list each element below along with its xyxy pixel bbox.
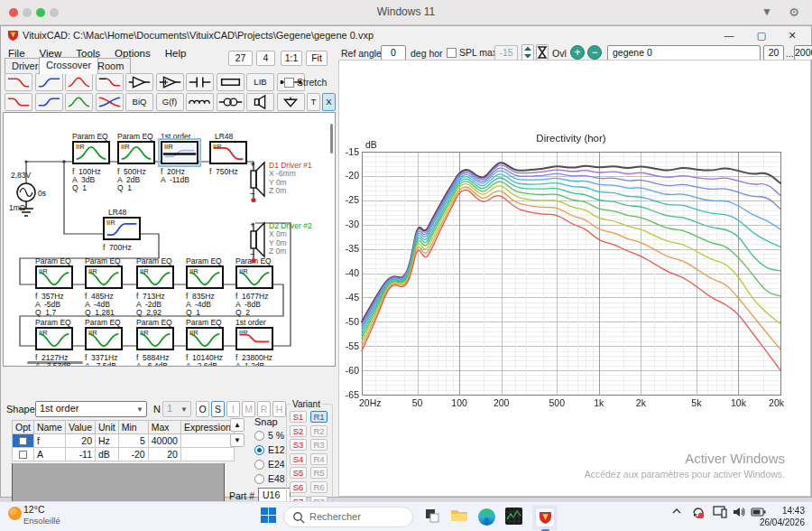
snap-radio-e48[interactable]: E48 bbox=[254, 473, 285, 484]
biq-button[interactable]: BiQ bbox=[125, 93, 153, 111]
parameter-table[interactable]: OptNameValueUnitMinMaxExpressionf20Hz540… bbox=[12, 420, 235, 461]
cell-value[interactable]: -11 bbox=[65, 448, 95, 461]
variant-s6-button[interactable]: S6 bbox=[290, 481, 307, 493]
clock[interactable]: 14:43 26/04/2026 bbox=[760, 505, 805, 528]
schematic-block-6[interactable]: IIR bbox=[85, 266, 123, 289]
snap-radio-e24[interactable]: E24 bbox=[254, 459, 285, 470]
tab-crossover[interactable]: Crossover bbox=[39, 57, 98, 74]
shape-mode-m-button[interactable]: M bbox=[242, 401, 255, 417]
shape-mode-o-button[interactable]: O bbox=[196, 401, 209, 417]
schematic-block-2[interactable]: IIR bbox=[161, 141, 198, 164]
variant-s5-button[interactable]: S5 bbox=[290, 467, 307, 479]
shape-mode-h-button[interactable]: H bbox=[272, 401, 286, 417]
start-button[interactable] bbox=[258, 508, 278, 527]
snap-radio-e12[interactable]: E12 bbox=[254, 444, 285, 455]
speaker-icon-button[interactable] bbox=[246, 93, 274, 111]
display-cast-icon[interactable] bbox=[713, 506, 727, 520]
grid-rows-button[interactable]: 4 bbox=[256, 51, 275, 66]
file-explorer-button[interactable] bbox=[449, 508, 469, 527]
cell-name[interactable]: A bbox=[33, 448, 65, 461]
cell-name[interactable]: f bbox=[33, 434, 65, 448]
schematic-block-8[interactable]: IIR bbox=[186, 266, 224, 289]
cell-value[interactable]: 20 bbox=[65, 434, 95, 448]
cell-min[interactable]: -20 bbox=[118, 448, 148, 461]
table-row[interactable]: A-11dB-2020 bbox=[13, 448, 235, 461]
zoom-1to1-button[interactable]: 1:1 bbox=[281, 51, 302, 66]
shape-mode-s-button[interactable]: S bbox=[211, 401, 225, 417]
overlay-name-input[interactable]: gegene 0 bbox=[607, 45, 761, 61]
variant-s1-button[interactable]: S1 bbox=[290, 411, 307, 423]
cell-unit[interactable]: dB bbox=[96, 448, 119, 461]
edge-browser-button[interactable] bbox=[476, 508, 496, 527]
schematic-canvas[interactable]: 2,83V 0s 1mΩ Param EQIIRf 100Hz A 3dB Q … bbox=[3, 112, 336, 367]
tray-chevron-icon[interactable] bbox=[671, 506, 682, 518]
schematic-block-3[interactable]: IIR bbox=[209, 141, 247, 164]
driver-symbol-2[interactable]: +− bbox=[249, 218, 267, 268]
freq-max-input[interactable]: 20000 bbox=[794, 45, 812, 61]
resistor-icon-button[interactable] bbox=[217, 73, 245, 91]
gf-button[interactable]: G(f) bbox=[156, 93, 184, 111]
variant-r5-button[interactable]: R5 bbox=[310, 467, 328, 479]
task-view-button[interactable] bbox=[422, 508, 442, 527]
schematic-block-4[interactable]: IIR bbox=[103, 217, 141, 240]
driver-symbol-1[interactable]: +− bbox=[249, 157, 267, 208]
spl-max-checkbox[interactable]: SPL max bbox=[447, 47, 497, 58]
shape-combobox[interactable]: 1st order▼ bbox=[35, 401, 147, 417]
table-row[interactable]: f20Hz540000 bbox=[13, 434, 235, 448]
variant-r1-button[interactable]: R1 bbox=[310, 411, 328, 423]
schematic-block-5[interactable]: IIR bbox=[35, 266, 73, 289]
transformer-icon-button[interactable] bbox=[217, 93, 245, 111]
grid-cols-button[interactable]: 27 bbox=[228, 51, 253, 66]
t-button[interactable]: T bbox=[307, 93, 320, 111]
schematic-block-13[interactable]: IIR bbox=[186, 327, 224, 350]
variant-s3-button[interactable]: S3 bbox=[290, 439, 307, 451]
overlay-remove-button[interactable]: − bbox=[587, 45, 602, 60]
search-input[interactable]: Rechercher bbox=[283, 507, 413, 527]
zoom-fit-button[interactable]: Fit bbox=[306, 51, 328, 66]
schematic-block-1[interactable]: IIR bbox=[117, 141, 155, 164]
capacitor-icon-button[interactable] bbox=[186, 73, 214, 91]
inductor-icon-button[interactable] bbox=[186, 93, 214, 111]
cell-max[interactable]: 40000 bbox=[148, 434, 180, 448]
lib-button[interactable]: LIB bbox=[246, 73, 274, 91]
cell-expression[interactable] bbox=[180, 448, 234, 461]
freq-min-input[interactable]: 20 bbox=[763, 45, 784, 61]
weather-widget[interactable] bbox=[7, 506, 23, 525]
ground-icon-button[interactable] bbox=[277, 93, 305, 111]
schematic-block-0[interactable]: IIR bbox=[72, 141, 110, 164]
move-up-button[interactable]: ▲ bbox=[230, 418, 245, 432]
n-combobox[interactable]: 1▼ bbox=[162, 401, 191, 417]
opt-checkbox-cell[interactable] bbox=[13, 434, 34, 448]
variant-r3-button[interactable]: R3 bbox=[310, 439, 328, 451]
scale-updown-button[interactable] bbox=[521, 44, 534, 61]
variant-r6-button[interactable]: R6 bbox=[310, 481, 328, 493]
variant-r4-button[interactable]: R4 bbox=[310, 453, 328, 465]
sync-notification-icon[interactable] bbox=[691, 506, 706, 522]
schematic-block-10[interactable]: IIR bbox=[35, 327, 73, 350]
variant-r2-button[interactable]: R2 bbox=[310, 425, 328, 437]
stretch-checkbox[interactable]: Stretch bbox=[284, 77, 327, 88]
spl-max-input[interactable]: -15 bbox=[494, 45, 518, 61]
shelf-up-blue-icon-button[interactable] bbox=[35, 93, 63, 111]
snap-radio-5[interactable]: 5 % bbox=[254, 430, 284, 441]
autoscale-button[interactable] bbox=[536, 44, 549, 61]
ref-angle-input[interactable]: 0 bbox=[381, 45, 406, 61]
gain-amp-icon-button[interactable] bbox=[156, 73, 184, 91]
vm-dropdown-icon[interactable]: ▼ bbox=[761, 5, 772, 18]
spl-max-checkbox-box[interactable] bbox=[447, 48, 457, 58]
schematic-block-14[interactable]: IIR bbox=[235, 327, 273, 350]
highpass-blue-icon-button[interactable] bbox=[35, 73, 63, 91]
cell-max[interactable]: 20 bbox=[148, 448, 180, 461]
bandpass-red-icon-button[interactable] bbox=[65, 73, 93, 91]
cell-unit[interactable]: Hz bbox=[96, 434, 119, 448]
measurement-app-button[interactable] bbox=[503, 508, 523, 527]
shelf-black-red-icon-button[interactable] bbox=[96, 73, 124, 91]
schematic-block-12[interactable]: IIR bbox=[136, 327, 174, 350]
x-button[interactable]: X bbox=[322, 93, 336, 111]
move-down-button[interactable]: ▼ bbox=[230, 433, 245, 447]
menu-help[interactable]: Help bbox=[158, 46, 194, 61]
vm-settings-gear-icon[interactable]: ⚙ bbox=[789, 5, 799, 19]
stretch-checkbox-box[interactable] bbox=[284, 78, 294, 88]
volume-icon[interactable] bbox=[733, 506, 746, 520]
crossed-icon-button[interactable] bbox=[96, 93, 124, 111]
